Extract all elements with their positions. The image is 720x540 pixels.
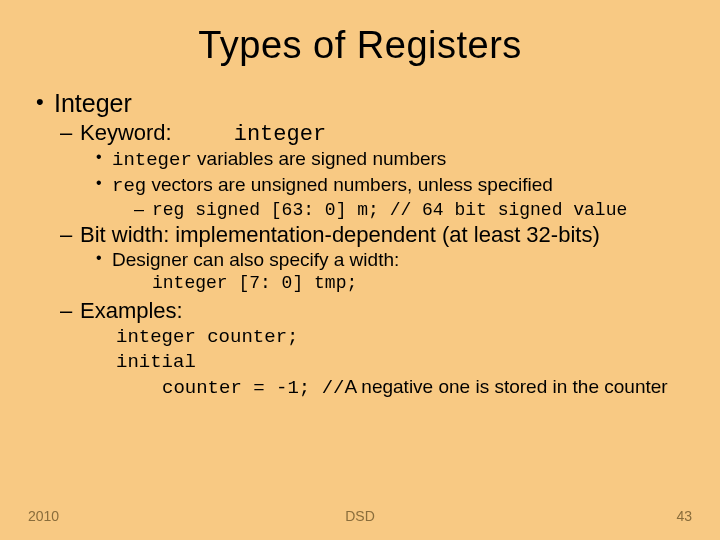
examples-text: Examples: <box>80 298 183 323</box>
bullet-keyword: Keyword:integer <box>36 120 684 147</box>
slide: Types of Registers Integer Keyword:integ… <box>0 0 720 401</box>
keyword-code: integer <box>234 122 326 147</box>
reg-code: reg <box>112 175 146 197</box>
example-line-3-code: counter = -1; // <box>162 377 344 399</box>
designer-text: Designer can also specify a width: <box>112 249 399 270</box>
unsigned-text: vectors are unsigned numbers, unless spe… <box>146 174 553 195</box>
signed-text: variables are signed numbers <box>192 148 447 169</box>
bitwidth-text: Bit width: implementation-dependent (at … <box>80 222 600 247</box>
tmp-code: integer [7: 0] tmp; <box>152 273 357 293</box>
content-list: Integer Keyword:integer integer variable… <box>36 89 684 271</box>
bullet-integer: Integer <box>36 89 684 118</box>
bullet-examples: Examples: <box>36 298 684 324</box>
bullet-bitwidth: Bit width: implementation-dependent (at … <box>36 222 684 248</box>
footer-label: DSD <box>345 508 375 524</box>
integer-code: integer <box>112 149 192 171</box>
keyword-label: Keyword: <box>80 120 172 145</box>
slide-title: Types of Registers <box>36 24 684 67</box>
bullet-unsigned: reg vectors are unsigned numbers, unless… <box>36 173 684 199</box>
tmp-code-line: integer [7: 0] tmp; <box>36 271 684 295</box>
example-line-2: initial <box>116 351 196 373</box>
bullet-signed: integer variables are signed numbers <box>36 147 684 173</box>
reg-signed-code: reg signed [63: 0] m; // 64 bit signed v… <box>152 200 627 220</box>
footer-page: 43 <box>676 508 692 524</box>
footer-year: 2010 <box>28 508 59 524</box>
bullet-designer: Designer can also specify a width: <box>36 248 684 272</box>
bullet-reg-signed: reg signed [63: 0] m; // 64 bit signed v… <box>36 199 684 220</box>
content-list-2: Examples: <box>36 298 684 324</box>
bullet-integer-text: Integer <box>54 89 132 117</box>
example-line-1: integer counter; <box>116 326 298 348</box>
example-line-3-comment: A negative one is stored in the counter <box>344 376 667 397</box>
example-block: integer counter; initial counter = -1; /… <box>36 324 684 401</box>
